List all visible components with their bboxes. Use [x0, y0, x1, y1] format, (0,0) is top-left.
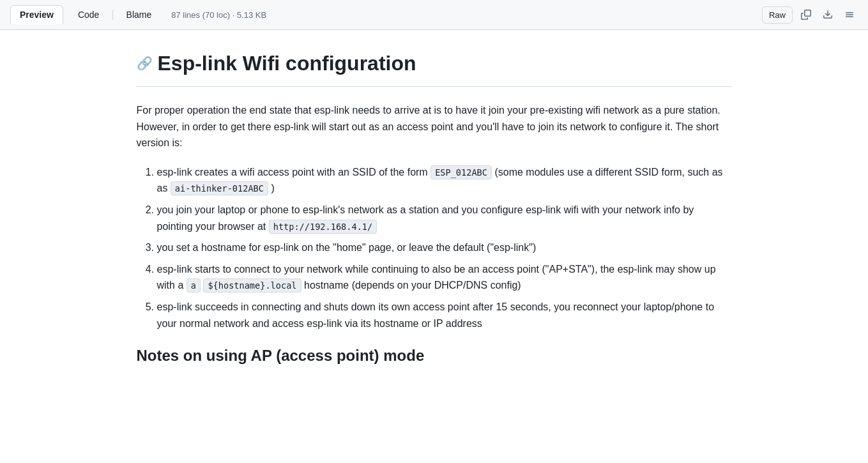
- tab-blame[interactable]: Blame: [117, 5, 162, 24]
- list-item-text-3: you set a hostname for esp-link on the "…: [157, 242, 537, 253]
- intro-paragraph: For proper operation the end state that …: [137, 102, 732, 151]
- code-ESP_012ABC: ESP_012ABC: [430, 165, 492, 179]
- toolbar-right: Raw: [762, 6, 858, 24]
- raw-button[interactable]: Raw: [762, 6, 793, 24]
- tab-code[interactable]: Code: [68, 5, 109, 24]
- list-item-as: as: [157, 183, 171, 194]
- list-item-text-1: esp-link creates a wifi access point wit…: [157, 167, 431, 178]
- copy-icon: [801, 10, 811, 20]
- list-item: esp-link creates a wifi access point wit…: [157, 164, 732, 197]
- list-item-paren: ): [268, 183, 275, 194]
- list-item-text-2: you join your laptop or phone to esp-lin…: [157, 204, 694, 232]
- anchor-link[interactable]: 🔗: [137, 56, 153, 71]
- notes-heading: Notes on using AP (access point) mode: [137, 347, 732, 365]
- tab-divider-2: |: [109, 9, 116, 20]
- code-url: http://192.168.4.1/: [269, 220, 377, 234]
- list-item: esp-link starts to connect to your netwo…: [157, 261, 732, 294]
- toolbar-left: Preview Code | Blame 87 lines (70 loc) ·…: [10, 5, 266, 24]
- code-a: a: [187, 278, 201, 292]
- code-hostname: ${hostname}.local: [203, 278, 301, 292]
- list-item: you join your laptop or phone to esp-lin…: [157, 202, 732, 234]
- list-item-text-1b: (some modules use a different SSID form,…: [492, 167, 723, 178]
- main-content: 🔗 Esp-link Wifi configuration For proper…: [121, 30, 747, 395]
- download-button[interactable]: [819, 6, 836, 23]
- lines-button[interactable]: [841, 6, 858, 23]
- list-item-text-5: esp-link succeeds in connecting and shut…: [157, 301, 715, 329]
- copy-button[interactable]: [798, 6, 814, 23]
- download-icon: [823, 10, 833, 20]
- steps-list: esp-link creates a wifi access point wit…: [137, 164, 732, 331]
- file-info: 87 lines (70 loc) · 5.13 KB: [171, 10, 266, 20]
- heading-wrapper: 🔗 Esp-link Wifi configuration: [137, 50, 732, 76]
- divider: [137, 86, 732, 87]
- lines-icon: [844, 10, 855, 20]
- toolbar: Preview Code | Blame 87 lines (70 loc) ·…: [0, 0, 868, 30]
- list-item-text-4c: hostname (depends on your DHCP/DNS confi…: [301, 280, 521, 291]
- code-ai-thinker: ai-thinker-012ABC: [171, 181, 268, 195]
- list-item: esp-link succeeds in connecting and shut…: [157, 299, 732, 331]
- page-heading: Esp-link Wifi configuration: [158, 50, 416, 76]
- tab-preview[interactable]: Preview: [10, 5, 63, 24]
- list-item: you set a hostname for esp-link on the "…: [157, 239, 732, 256]
